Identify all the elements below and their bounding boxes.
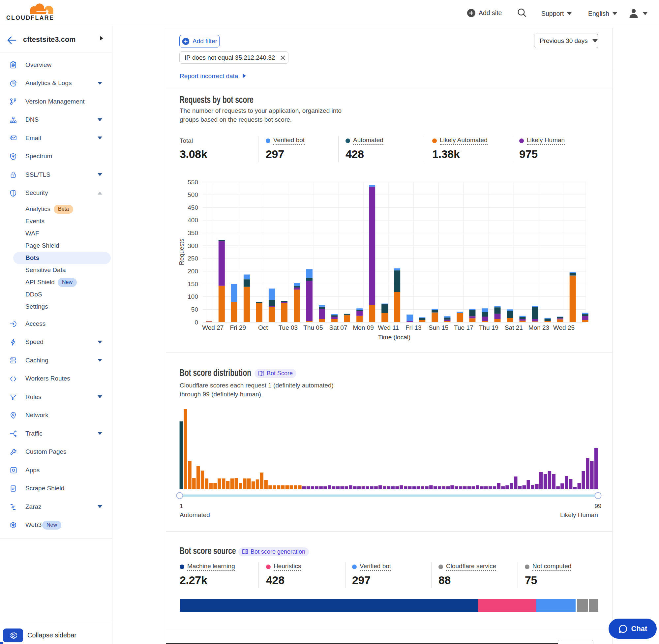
- svg-text:Time (local): Time (local): [378, 334, 411, 341]
- svg-text:150: 150: [188, 281, 198, 288]
- svg-text:250: 250: [188, 255, 198, 262]
- svg-text:Requests: Requests: [178, 239, 185, 265]
- svg-text:Sat 21: Sat 21: [505, 324, 523, 331]
- svg-text:550: 550: [188, 179, 198, 186]
- svg-text:100: 100: [188, 293, 198, 300]
- svg-text:350: 350: [188, 230, 198, 236]
- svg-text:1: 1: [180, 503, 183, 509]
- svg-text:Thu 05: Thu 05: [303, 324, 323, 331]
- svg-text:Tue 03: Tue 03: [279, 324, 298, 331]
- svg-text:300: 300: [188, 243, 198, 249]
- svg-text:Sat 07: Sat 07: [329, 324, 348, 331]
- svg-text:Tue 17: Tue 17: [454, 324, 473, 331]
- svg-text:Thu 19: Thu 19: [479, 324, 498, 331]
- svg-text:400: 400: [188, 217, 198, 224]
- svg-text:50: 50: [191, 306, 198, 313]
- svg-text:Oct: Oct: [258, 324, 268, 331]
- svg-text:500: 500: [188, 191, 198, 198]
- svg-text:450: 450: [188, 204, 198, 211]
- svg-text:Fri 29: Fri 29: [230, 324, 246, 331]
- svg-text:Fri 13: Fri 13: [405, 324, 422, 331]
- svg-text:Mon 09: Mon 09: [353, 324, 374, 331]
- svg-text:200: 200: [188, 268, 198, 275]
- svg-text:Mon 23: Mon 23: [528, 324, 549, 331]
- svg-text:Wed 25: Wed 25: [553, 324, 574, 331]
- svg-text:Wed 27: Wed 27: [202, 324, 223, 331]
- svg-text:Automated: Automated: [180, 511, 210, 519]
- svg-text:0: 0: [194, 319, 198, 326]
- svg-text:Likely Human: Likely Human: [560, 511, 598, 519]
- svg-text:99: 99: [594, 503, 601, 509]
- svg-text:Sun 15: Sun 15: [428, 324, 448, 331]
- svg-text:Wed 11: Wed 11: [378, 324, 399, 331]
